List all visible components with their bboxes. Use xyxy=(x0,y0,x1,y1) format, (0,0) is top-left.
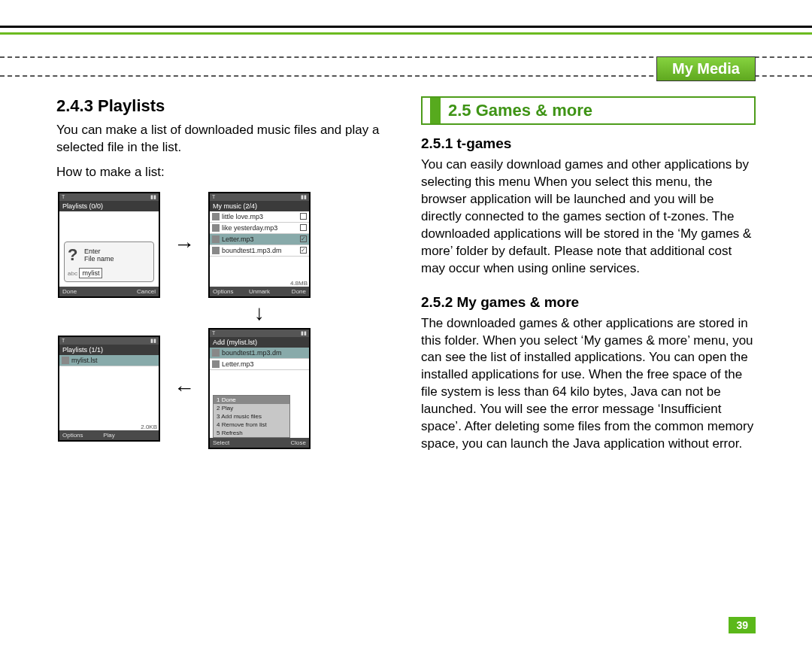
content-area: 2.4.3 Playlists You can make a list of d… xyxy=(56,96,756,620)
dlg-line1: Enter xyxy=(84,248,114,255)
arrow-right-icon xyxy=(174,232,195,257)
heading-2-5-1: 2.5.1 t-games xyxy=(421,135,756,152)
playlists-intro: You can make a list of downloaded music … xyxy=(56,122,391,156)
screen4-title: Add (mylist.lst) xyxy=(210,337,309,348)
screen2-title: My music (2/4) xyxy=(210,201,309,211)
list-item: like yesterday.mp3 xyxy=(210,223,309,234)
menu-item: 3 Add music files xyxy=(214,412,289,421)
dlg-input: mylist xyxy=(79,268,102,278)
menu-item: 4 Remove from list xyxy=(214,421,289,429)
playlists-howto: How to make a list: xyxy=(56,164,391,181)
context-menu: 1 Done2 Play3 Add music files4 Remove fr… xyxy=(213,395,290,438)
list-item: boundtest1.mp3.dm xyxy=(210,348,309,359)
dlg-mode: abc xyxy=(68,270,77,277)
left-column: 2.4.3 Playlists You can make a list of d… xyxy=(56,96,391,620)
s2-soft-mid: Unmark xyxy=(244,288,274,295)
screen3-title: Playlists (1/1) xyxy=(59,345,159,355)
screen1-dialog: ? Enter File name abc mylist xyxy=(64,241,154,282)
phone-screen-1: T▮▮ Playlists (0/0) ? Enter File name ab… xyxy=(58,192,160,298)
list-item: little love.mp3 xyxy=(210,211,309,223)
list-item: Letter.mp3 xyxy=(210,359,309,370)
s2-size: 4.8MB xyxy=(290,280,308,287)
dlg-line2: File name xyxy=(84,255,114,263)
screenshot-grid: T▮▮ Playlists (0/0) ? Enter File name ab… xyxy=(56,192,391,449)
chapter-badge: My Media xyxy=(656,56,756,81)
header-stripe xyxy=(0,26,812,35)
heading-2-4-3: 2.4.3 Playlists xyxy=(56,96,391,116)
menu-item: 5 Refresh xyxy=(214,429,289,437)
heading-2-5-2: 2.5.2 My games & more xyxy=(421,294,756,311)
banner-label: 2.5 Games & more xyxy=(441,98,754,123)
arrow-left-icon xyxy=(174,376,195,400)
list-item: Letter.mp3 xyxy=(210,234,309,245)
question-icon: ? xyxy=(68,245,77,265)
menu-item: 2 Play xyxy=(214,404,289,412)
list-item: mylist.lst xyxy=(59,355,159,366)
phone-screen-4: T▮▮ Add (mylist.lst) boundtest1.mp3.dmLe… xyxy=(208,328,311,449)
menu-item: 1 Done xyxy=(214,396,289,404)
s4-soft-left: Select xyxy=(213,439,229,446)
games-more-banner: 2.5 Games & more xyxy=(421,96,756,125)
s2-soft-right: Done xyxy=(275,288,306,295)
page-number: 39 xyxy=(729,617,756,633)
s2-soft-left: Options xyxy=(213,288,244,295)
s1-soft-right: Cancel xyxy=(137,288,156,295)
s3-soft-right xyxy=(125,432,156,439)
s1-soft-left: Done xyxy=(62,288,77,295)
s3-size: 2.0KB xyxy=(141,424,157,430)
screen1-title: Playlists (0/0) xyxy=(59,201,159,211)
tgames-para: You can easily download games and other … xyxy=(421,156,756,278)
mygames-para: The downloaded games & other application… xyxy=(421,315,756,454)
right-column: 2.5 Games & more 2.5.1 t-games You can e… xyxy=(421,96,756,620)
s3-soft-left: Options xyxy=(62,432,93,439)
s4-soft-right: Close xyxy=(291,439,306,446)
list-item: boundtest1.mp3.dm xyxy=(210,245,309,257)
phone-screen-3: T▮▮ Playlists (1/1) mylist.lst 2.0KB Opt… xyxy=(58,336,160,442)
s3-soft-mid: Play xyxy=(93,432,124,439)
phone-screen-2: T▮▮ My music (2/4) little love.mp3like y… xyxy=(208,192,311,298)
arrow-down-icon xyxy=(254,301,265,325)
